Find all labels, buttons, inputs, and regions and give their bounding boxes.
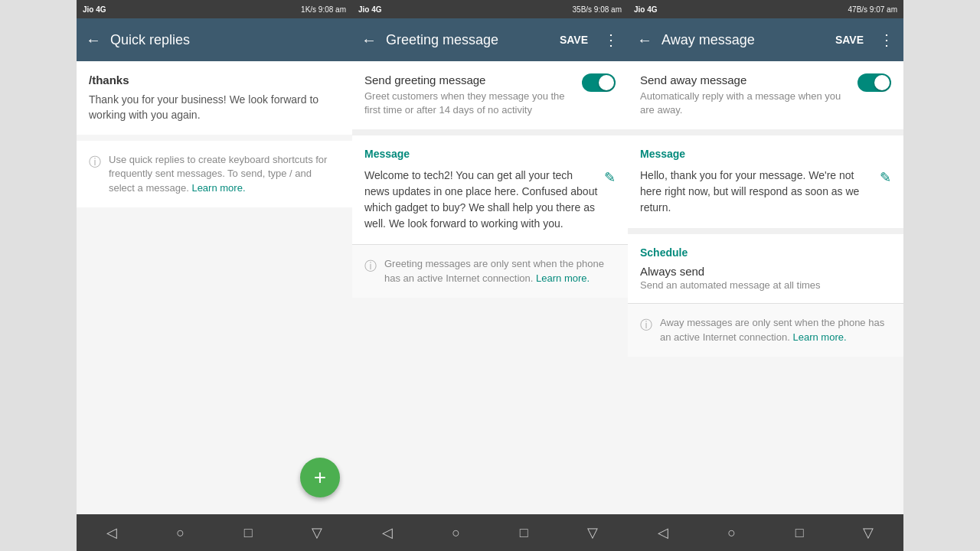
screen-title-1: Quick replies [110, 32, 346, 48]
status-carrier-2: Jio 4G [358, 5, 382, 14]
nav-bar-3: ◁ ○ □ ▽ [628, 514, 903, 551]
schedule-section: Schedule Always send Send an automated m… [628, 234, 903, 303]
recents-nav-2[interactable]: □ [508, 519, 541, 547]
divider-2a [352, 129, 628, 135]
message-section-3: Message Hello, thank you for your messag… [628, 135, 903, 228]
toggle-desc-3: Automatically reply with a message when … [640, 90, 851, 117]
back-button-1[interactable]: ← [83, 28, 104, 52]
info-text-2: Greeting messages are only sent when the… [384, 257, 616, 285]
divider-3b [628, 228, 903, 234]
more-button-3[interactable]: ⋮ [876, 28, 897, 52]
app-bar-3: ← Away message SAVE ⋮ [628, 18, 903, 61]
status-info-2: 35B/s 9:08 am [573, 5, 622, 14]
menu-nav-2[interactable]: ▽ [575, 518, 610, 547]
toggle-text-2: Send greeting message Greet customers wh… [364, 73, 576, 117]
quick-replies-screen: Jio 4G 1K/s 9:08 am ← Quick replies /tha… [77, 0, 352, 551]
status-info-3: 47B/s 9:07 am [848, 5, 897, 14]
info-icon-2: ⓘ [364, 259, 377, 275]
menu-nav-3[interactable]: ▽ [851, 518, 886, 547]
edit-message-button-2[interactable]: ✎ [604, 169, 616, 186]
learn-more-link-2[interactable]: Learn more. [536, 272, 590, 284]
back-button-2[interactable]: ← [358, 28, 380, 52]
back-nav-3[interactable]: ◁ [645, 518, 681, 547]
nav-bar-2: ◁ ○ □ ▽ [352, 514, 628, 551]
send-away-toggle-row: Send away message Automatically reply wi… [628, 61, 903, 129]
toggle-desc-2: Greet customers when they message you th… [364, 90, 576, 117]
send-away-toggle[interactable] [858, 73, 891, 92]
schedule-option[interactable]: Always send Send an automated message at… [640, 265, 891, 291]
home-nav-3[interactable]: ○ [715, 519, 748, 547]
more-button-2[interactable]: ⋮ [600, 28, 622, 52]
recents-nav-1[interactable]: □ [232, 519, 265, 547]
message-text-2: Welcome to tech2! You can get all your t… [364, 168, 598, 232]
learn-more-link-3[interactable]: Learn more. [792, 331, 846, 343]
status-info-1: 1K/s 9:08 am [301, 5, 346, 14]
schedule-label: Schedule [640, 246, 891, 259]
content-2: Send greeting message Greet customers wh… [352, 61, 628, 514]
back-nav-2[interactable]: ◁ [370, 518, 405, 547]
status-carrier-1: Jio 4G [83, 5, 106, 14]
message-content-3: Hello, thank you for your message. We're… [640, 168, 891, 216]
save-button-2[interactable]: SAVE [554, 31, 594, 49]
message-label-2: Message [364, 148, 616, 160]
app-bar-1: ← Quick replies [77, 18, 352, 61]
home-nav-2[interactable]: ○ [439, 519, 472, 547]
reply-text: Thank you for your business! We look for… [89, 93, 340, 122]
nav-bar-1: ◁ ○ □ ▽ [77, 514, 352, 551]
divider-3a [628, 129, 903, 135]
message-label-3: Message [640, 148, 891, 160]
schedule-title: Always send [640, 265, 891, 278]
home-nav-1[interactable]: ○ [164, 519, 197, 547]
screen-title-2: Greeting message [386, 32, 547, 48]
shortcut-label: /thanks [89, 73, 340, 86]
edit-message-button-3[interactable]: ✎ [880, 169, 891, 186]
toggle-title-3: Send away message [640, 73, 851, 86]
greeting-message-screen: Jio 4G 35B/s 9:08 am ← Greeting message … [352, 0, 628, 551]
status-bar-3: Jio 4G 47B/s 9:07 am [628, 0, 903, 18]
bottom-info-2: ⓘ Greeting messages are only sent when t… [352, 245, 628, 297]
save-button-3[interactable]: SAVE [829, 31, 870, 49]
screen-title-3: Away message [662, 32, 823, 48]
status-bar-2: Jio 4G 35B/s 9:08 am [352, 0, 628, 18]
menu-nav-1[interactable]: ▽ [299, 518, 335, 547]
status-carrier-3: Jio 4G [634, 5, 658, 14]
schedule-description: Send an automated message at all times [640, 279, 891, 291]
app-bar-2: ← Greeting message SAVE ⋮ [352, 18, 628, 61]
send-greeting-toggle[interactable] [582, 73, 616, 92]
toggle-text-3: Send away message Automatically reply wi… [640, 73, 851, 117]
content-3: Send away message Automatically reply wi… [628, 61, 903, 514]
message-text-3: Hello, thank you for your message. We're… [640, 168, 874, 216]
status-bar-1: Jio 4G 1K/s 9:08 am [77, 0, 352, 18]
back-button-3[interactable]: ← [634, 28, 655, 52]
send-greeting-toggle-row: Send greeting message Greet customers wh… [352, 61, 628, 129]
back-nav-1[interactable]: ◁ [94, 518, 129, 547]
quick-reply-card: /thanks Thank you for your business! We … [77, 61, 352, 135]
away-message-screen: Jio 4G 47B/s 9:07 am ← Away message SAVE… [628, 0, 903, 551]
info-icon-1: ⓘ [89, 155, 101, 171]
add-fab-button[interactable]: + [300, 458, 340, 497]
content-1: /thanks Thank you for your business! We … [77, 61, 352, 514]
bottom-info-3: ⓘ Away messages are only sent when the p… [628, 304, 903, 356]
info-card-1: ⓘ Use quick replies to create keyboard s… [77, 141, 352, 207]
recents-nav-3[interactable]: □ [783, 519, 816, 547]
message-section-2: Message Welcome to tech2! You can get al… [352, 135, 628, 244]
info-text-1: Use quick replies to create keyboard sho… [109, 153, 340, 195]
info-icon-3: ⓘ [640, 318, 652, 334]
toggle-title-2: Send greeting message [364, 73, 576, 86]
info-text-3: Away messages are only sent when the pho… [660, 316, 891, 344]
message-content-2: Welcome to tech2! You can get all your t… [364, 168, 616, 232]
learn-more-link-1[interactable]: Learn more. [191, 182, 245, 194]
